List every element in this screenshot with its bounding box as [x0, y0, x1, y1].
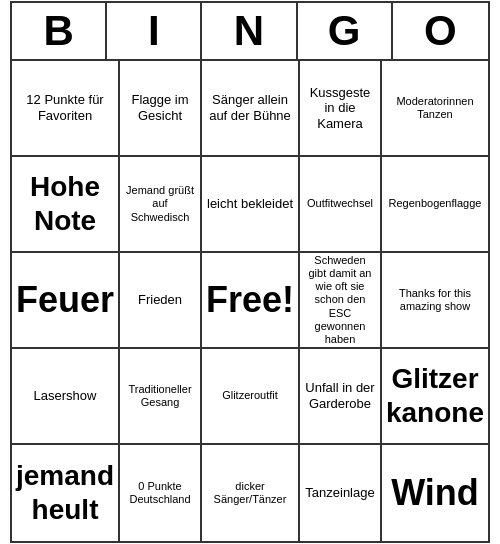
bingo-cell: leicht bekleidet — [202, 157, 300, 253]
cell-text: Regenbogenflagge — [388, 197, 481, 210]
bingo-cell: Kussgeste in die Kamera — [300, 61, 382, 157]
cell-text: Glitzer kanone — [386, 362, 484, 429]
bingo-cell: Regenbogenflagge — [382, 157, 488, 253]
header-letter: O — [393, 3, 488, 59]
bingo-cell: jemand heult — [12, 445, 120, 541]
bingo-card: BINGO 12 Punkte für FavoritenFlagge im G… — [10, 1, 490, 543]
header-letter: B — [12, 3, 107, 59]
cell-text: 12 Punkte für Favoriten — [16, 92, 114, 123]
cell-text: Kussgeste in die Kamera — [304, 85, 376, 132]
bingo-cell: Flagge im Gesicht — [120, 61, 202, 157]
cell-text: Wind — [391, 471, 479, 514]
cell-text: Feuer — [16, 278, 114, 321]
cell-text: Flagge im Gesicht — [124, 92, 196, 123]
cell-text: Glitzeroutfit — [222, 389, 278, 402]
cell-text: Traditioneller Gesang — [124, 383, 196, 409]
cell-text: Outfitwechsel — [307, 197, 373, 210]
cell-text: Thanks for this amazing show — [386, 287, 484, 313]
cell-text: Lasershow — [34, 388, 97, 404]
cell-text: dicker Sänger/Tänzer — [206, 480, 294, 506]
cell-text: Unfall in der Garderobe — [304, 380, 376, 411]
bingo-cell: Wind — [382, 445, 488, 541]
header-letter: I — [107, 3, 202, 59]
bingo-cell: Frieden — [120, 253, 202, 349]
cell-text: Sänger allein auf der Bühne — [206, 92, 294, 123]
cell-text: Free! — [206, 278, 294, 321]
cell-text: Jemand grüßt auf Schwedisch — [124, 184, 196, 224]
bingo-cell: 12 Punkte für Favoriten — [12, 61, 120, 157]
cell-text: Moderatorinnen Tanzen — [386, 95, 484, 121]
cell-text: Schweden gibt damit an wie oft sie schon… — [304, 254, 376, 346]
bingo-cell: Traditioneller Gesang — [120, 349, 202, 445]
bingo-cell: Thanks for this amazing show — [382, 253, 488, 349]
bingo-cell: Outfitwechsel — [300, 157, 382, 253]
bingo-cell: Lasershow — [12, 349, 120, 445]
bingo-cell: Feuer — [12, 253, 120, 349]
bingo-cell: 0 Punkte Deutschland — [120, 445, 202, 541]
cell-text: Frieden — [138, 292, 182, 308]
bingo-cell: Schweden gibt damit an wie oft sie schon… — [300, 253, 382, 349]
bingo-header: BINGO — [12, 3, 488, 61]
cell-text: Hohe Note — [16, 170, 114, 237]
bingo-grid: 12 Punkte für FavoritenFlagge im Gesicht… — [12, 61, 488, 541]
bingo-cell: Glitzeroutfit — [202, 349, 300, 445]
header-letter: N — [202, 3, 297, 59]
bingo-cell: Moderatorinnen Tanzen — [382, 61, 488, 157]
bingo-cell: Unfall in der Garderobe — [300, 349, 382, 445]
cell-text: jemand heult — [16, 459, 114, 526]
bingo-cell: Hohe Note — [12, 157, 120, 253]
bingo-cell: Jemand grüßt auf Schwedisch — [120, 157, 202, 253]
bingo-cell: Sänger allein auf der Bühne — [202, 61, 300, 157]
bingo-cell: Glitzer kanone — [382, 349, 488, 445]
cell-text: Tanzeinlage — [305, 485, 374, 501]
bingo-cell: Tanzeinlage — [300, 445, 382, 541]
cell-text: 0 Punkte Deutschland — [124, 480, 196, 506]
bingo-cell: dicker Sänger/Tänzer — [202, 445, 300, 541]
bingo-cell: Free! — [202, 253, 300, 349]
cell-text: leicht bekleidet — [207, 196, 293, 212]
header-letter: G — [298, 3, 393, 59]
